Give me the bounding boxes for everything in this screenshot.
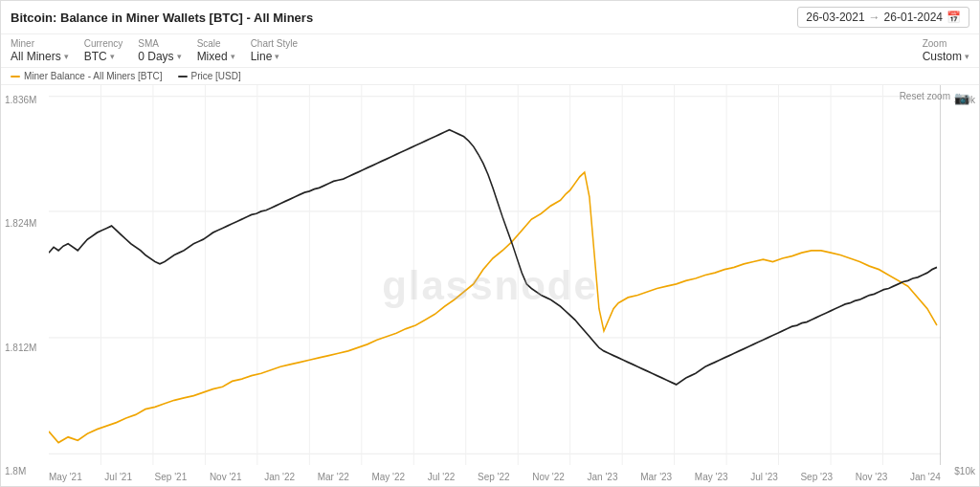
x-label-16: Nov '23 [856,472,888,482]
currency-select[interactable]: BTC ▾ [84,50,115,63]
x-label-6: Mar '22 [318,472,349,482]
date-end: 26-01-2024 [884,11,943,24]
top-bar: Bitcoin: Balance in Miner Wallets [BTC] … [1,1,979,34]
miner-label: Miner [11,38,34,49]
chart-style-value: Line [251,50,273,63]
scale-label: Scale [197,38,221,49]
x-label-13: May '23 [695,472,728,482]
x-label-5: Jan '22 [264,472,295,482]
chart-style-select[interactable]: Line ▾ [251,50,280,63]
camera-icon[interactable]: 📷 [954,91,969,105]
x-label-12: Mar '23 [640,472,672,482]
x-label-9: Sep '22 [478,472,510,482]
sma-control[interactable]: SMA 0 Days ▾ [138,38,181,63]
currency-control[interactable]: Currency BTC ▾ [84,38,123,63]
x-label-4: Nov '21 [210,472,242,482]
y-left-3: 1.812M [5,343,45,353]
chart-svg [49,85,941,465]
zoom-control[interactable]: Zoom Custom ▾ [923,38,969,63]
legend-item-miner: Miner Balance - All Miners [BTC] [11,71,163,81]
legend-item-price: Price [USD] [178,71,241,81]
y-right-3: $10k [945,466,975,476]
scale-value: Mixed [197,50,228,63]
x-label-3: Sep '21 [155,472,188,482]
sma-label: SMA [138,38,159,49]
reset-zoom-button[interactable]: Reset zoom [900,91,950,101]
x-axis: May '21 Jul '21 Sep '21 Nov '21 Jan '22 … [49,470,941,484]
miner-balance-line [49,172,937,443]
y-axis-left: 1.836M 1.824M 1.812M 1.8M [1,85,49,486]
legend-label-price: Price [USD] [191,71,241,81]
x-label-7: May '22 [371,472,405,482]
sma-caret: ▾ [177,52,182,61]
legend-dot-price [178,76,188,77]
chart-area: 1.836M 1.824M 1.812M 1.8M $40k $10k [1,85,979,486]
x-label-17: Jan '24 [910,472,941,482]
x-label-1: May '21 [49,472,82,482]
miner-value: All Miners [11,50,61,63]
date-start: 26-03-2021 [806,11,864,24]
sma-value: 0 Days [138,50,173,63]
scale-control[interactable]: Scale Mixed ▾ [197,38,235,63]
y-left-1: 1.836M [5,95,45,105]
zoom-caret: ▾ [965,52,969,61]
x-label-14: Jul '23 [750,472,778,482]
legend-bar: Miner Balance - All Miners [BTC] Price [… [1,68,979,85]
y-left-2: 1.824M [5,218,45,229]
chart-style-label: Chart Style [251,38,298,49]
date-arrow: → [869,11,880,24]
zoom-value: Custom [923,50,962,63]
y-axis-right: $40k $10k [941,85,979,486]
y-left-4: 1.8M [5,466,45,476]
chart-container: Bitcoin: Balance in Miner Wallets [BTC] … [0,0,980,487]
x-label-11: Jan '23 [588,472,618,482]
chart-style-control[interactable]: Chart Style Line ▾ [251,38,298,63]
scale-select[interactable]: Mixed ▾ [197,50,235,63]
currency-value: BTC [84,50,107,63]
scale-caret: ▾ [231,52,235,61]
miner-caret: ▾ [64,52,69,61]
zoom-label: Zoom [923,38,947,49]
x-label-8: Jul '22 [428,472,456,482]
price-line [49,130,937,385]
currency-caret: ▾ [110,52,115,61]
date-range[interactable]: 26-03-2021 → 26-01-2024 📅 [797,7,969,28]
legend-dot-miner [11,76,20,77]
chart-style-caret: ▾ [275,52,279,61]
miner-select[interactable]: All Miners ▾ [11,50,69,63]
x-label-2: Jul '21 [104,472,132,482]
zoom-select[interactable]: Custom ▾ [923,50,969,63]
miner-control[interactable]: Miner All Miners ▾ [11,38,69,63]
currency-label: Currency [84,38,123,49]
calendar-icon: 📅 [947,11,961,24]
sma-select[interactable]: 0 Days ▾ [138,50,181,63]
controls-bar: Miner All Miners ▾ Currency BTC ▾ SMA 0 … [1,34,979,68]
legend-label-miner: Miner Balance - All Miners [BTC] [24,71,163,81]
x-label-15: Sep '23 [800,472,833,482]
chart-title: Bitcoin: Balance in Miner Wallets [BTC] … [11,11,313,25]
x-label-10: Nov '22 [532,472,565,482]
